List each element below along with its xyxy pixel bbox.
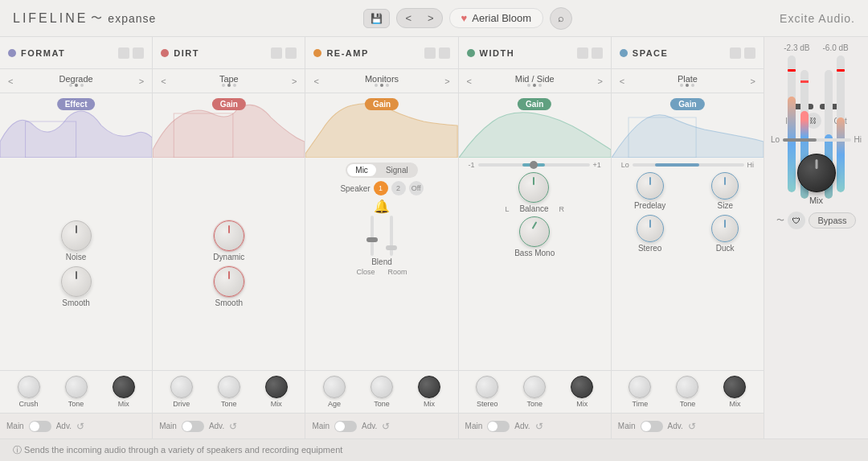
- space-nav-next[interactable]: >: [749, 76, 757, 86]
- format-noise-knob[interactable]: [61, 220, 92, 251]
- dirt-toggle[interactable]: [182, 421, 204, 432]
- width-nav-next[interactable]: >: [596, 76, 604, 86]
- format-nav-prev[interactable]: <: [6, 76, 14, 86]
- width-reset-button[interactable]: ↺: [535, 421, 543, 432]
- width-wave-label: Gain: [518, 98, 551, 110]
- format-crush-knob[interactable]: [18, 376, 40, 398]
- dirt-header-controls: [271, 47, 297, 59]
- width-dot-1: [527, 84, 530, 87]
- space-time-knob[interactable]: [628, 376, 651, 398]
- width-ctrl-2[interactable]: [592, 47, 603, 59]
- width-tone-knob[interactable]: [523, 376, 546, 398]
- dirt-dot-1: [222, 84, 225, 87]
- dirt-nav-prev[interactable]: <: [159, 76, 167, 86]
- format-toggle-thumb: [30, 422, 39, 431]
- reamp-toggle[interactable]: [334, 421, 357, 432]
- reamp-nav-next[interactable]: >: [443, 76, 451, 86]
- space-tone-knob[interactable]: [676, 376, 698, 398]
- reamp-reset-button[interactable]: ↺: [382, 421, 390, 432]
- dirt-tone-knob[interactable]: [218, 376, 240, 398]
- speaker-1-btn[interactable]: 1: [374, 181, 388, 196]
- module-space: SPACE < Plate: [612, 37, 764, 438]
- width-toggle[interactable]: [487, 421, 510, 432]
- speaker-2-btn[interactable]: 2: [391, 181, 406, 196]
- dirt-ctrl-1[interactable]: [271, 47, 282, 59]
- balance-track[interactable]: [478, 163, 590, 167]
- space-size-knob[interactable]: [711, 172, 739, 200]
- search-button[interactable]: ⌕: [550, 7, 572, 30]
- format-toggle[interactable]: [29, 421, 51, 432]
- width-adv-label: Adv.: [514, 422, 530, 430]
- space-predelay-knob[interactable]: [637, 172, 664, 200]
- format-tone-knob[interactable]: [65, 376, 88, 398]
- reamp-age-knob[interactable]: [323, 376, 346, 398]
- master-mix-knob[interactable]: [797, 154, 836, 192]
- lr-balance-slider: -1 +1: [462, 161, 608, 169]
- space-ctrl-1[interactable]: [730, 47, 741, 59]
- minus-label: -1: [469, 161, 475, 169]
- dirt-dynamic-knob[interactable]: [214, 220, 244, 251]
- space-stereo-knob[interactable]: [637, 215, 664, 242]
- room-slider[interactable]: [386, 245, 397, 250]
- width-bass-mono-knob[interactable]: [519, 216, 550, 247]
- space-ctrl-2[interactable]: [744, 47, 755, 59]
- save-button[interactable]: 💾: [363, 9, 390, 28]
- meter-left-track: [788, 56, 796, 192]
- balance-handle[interactable]: [530, 161, 538, 169]
- reamp-nav-prev[interactable]: <: [312, 76, 320, 86]
- dirt-mix-knob[interactable]: [265, 376, 288, 398]
- space-reset-button[interactable]: ↺: [688, 421, 696, 432]
- close-slider[interactable]: [366, 237, 378, 242]
- width-nav-prev[interactable]: <: [465, 76, 473, 86]
- shield-icon[interactable]: 🛡: [788, 212, 805, 229]
- reamp-tone-knob[interactable]: [371, 376, 393, 398]
- dirt-nav-next[interactable]: >: [290, 76, 298, 86]
- speaker-off-btn[interactable]: Off: [409, 181, 424, 196]
- width-stereo-knob[interactable]: [476, 376, 498, 398]
- format-title: FORMAT: [21, 48, 113, 58]
- space-nav-prev[interactable]: <: [618, 76, 626, 86]
- app-container: LIFELINE 〜 expanse 💾 < > ♥ Aerial Bloom …: [0, 0, 868, 461]
- format-smooth-knob[interactable]: [61, 266, 92, 297]
- left-db-label: -2.3 dB: [784, 43, 809, 52]
- reamp-ctrl-2[interactable]: [439, 47, 450, 59]
- meter-left-clip: [788, 69, 796, 72]
- nav-prev-button[interactable]: <: [397, 9, 420, 27]
- logo-wave-icon: 〜: [91, 11, 104, 26]
- brand-label: Excite Audio.: [780, 12, 855, 25]
- width-ctrl-1[interactable]: [577, 47, 588, 59]
- reamp-tone-item: Tone: [371, 376, 393, 408]
- dirt-drive-knob[interactable]: [170, 376, 193, 398]
- lohi-slider[interactable]: [783, 138, 850, 142]
- format-mix-knob[interactable]: [113, 376, 135, 398]
- reamp-mix-knob[interactable]: [418, 376, 440, 398]
- width-balance-knob[interactable]: [518, 172, 549, 203]
- dirt-reset-button[interactable]: ↺: [229, 421, 237, 432]
- width-mix-knob[interactable]: [571, 376, 593, 398]
- dirt-smooth-knob[interactable]: [214, 266, 244, 297]
- format-ctrl-1[interactable]: [118, 47, 129, 59]
- format-ctrl-2[interactable]: [133, 47, 144, 59]
- nav-next-button[interactable]: >: [420, 9, 442, 27]
- header: LIFELINE 〜 expanse 💾 < > ♥ Aerial Bloom …: [0, 0, 868, 37]
- space-footer: Main Adv. ↺: [612, 413, 764, 438]
- space-mix-knob[interactable]: [723, 376, 746, 398]
- close-label: Close: [356, 268, 375, 276]
- space-duck-knob[interactable]: [711, 215, 739, 242]
- space-lo-label: Lo: [621, 161, 629, 169]
- lohi-track[interactable]: [633, 163, 744, 167]
- signal-tab[interactable]: Signal: [378, 164, 416, 176]
- reamp-ctrl-1[interactable]: [424, 47, 436, 59]
- bypass-button[interactable]: Bypass: [809, 212, 855, 228]
- format-reset-button[interactable]: ↺: [76, 421, 84, 432]
- width-wave-area: Gain: [459, 93, 611, 158]
- format-preset-label: Degrade: [59, 74, 93, 84]
- dirt-dot: [161, 49, 169, 57]
- mic-tab[interactable]: Mic: [347, 164, 376, 176]
- space-toggle[interactable]: [641, 421, 663, 432]
- format-nav-next[interactable]: >: [137, 76, 145, 86]
- dirt-dynamic-indicator: [228, 225, 230, 233]
- dirt-drive-label: Drive: [173, 400, 190, 408]
- module-width: WIDTH < Mid / Side: [459, 37, 612, 438]
- dirt-ctrl-2[interactable]: [285, 47, 297, 59]
